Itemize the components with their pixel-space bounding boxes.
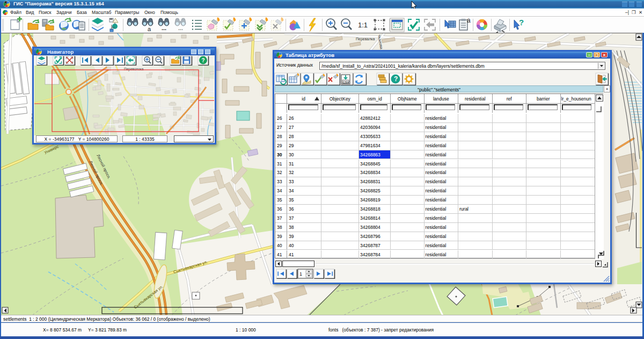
svg-text:CSV: CSV <box>343 81 349 84</box>
svg-text:?: ? <box>202 57 205 63</box>
svg-text:?: ? <box>519 18 524 27</box>
svg-text:1:1: 1:1 <box>358 21 368 29</box>
svg-text:...: ... <box>162 25 166 31</box>
svg-text:a: a <box>467 17 471 24</box>
svg-text:1: 1 <box>299 271 302 277</box>
svg-text:...: ... <box>178 25 183 31</box>
svg-text:a: a <box>148 26 151 32</box>
svg-text:?: ? <box>394 75 398 83</box>
svg-text:Переволока: Переволока <box>124 67 144 71</box>
svg-text:Перевалка: Перевалка <box>356 37 375 41</box>
